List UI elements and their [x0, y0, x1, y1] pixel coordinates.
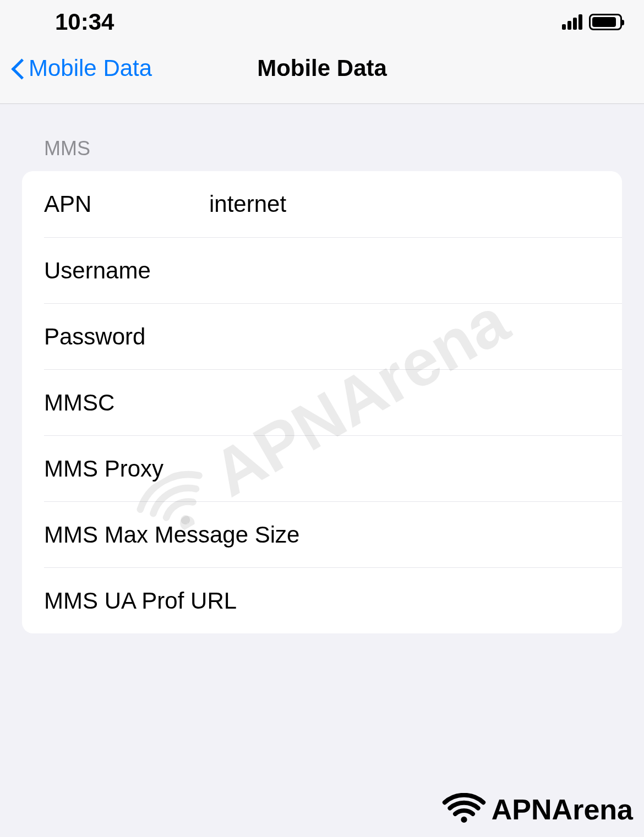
- page-title: Mobile Data: [257, 55, 387, 81]
- password-input[interactable]: [209, 324, 600, 350]
- status-icons: [562, 14, 622, 30]
- mms-max-size-label: MMS Max Message Size: [44, 522, 299, 548]
- password-label: Password: [44, 324, 209, 350]
- password-row[interactable]: Password: [44, 303, 622, 369]
- cellular-signal-icon: [562, 14, 582, 30]
- content-area: MMS APN Username Password MMSC MMS Proxy…: [0, 104, 644, 633]
- username-input[interactable]: [209, 258, 600, 284]
- mms-proxy-input[interactable]: [209, 456, 600, 482]
- back-label: Mobile Data: [29, 55, 152, 81]
- mmsc-label: MMSC: [44, 390, 209, 416]
- status-time: 10:34: [55, 9, 114, 35]
- chevron-left-icon: [11, 57, 24, 79]
- mms-ua-prof-label: MMS UA Prof URL: [44, 588, 237, 614]
- apn-input[interactable]: [209, 191, 600, 217]
- username-row[interactable]: Username: [44, 237, 622, 303]
- footer-logo-text: APNArena: [492, 793, 633, 826]
- footer-logo: APNArena: [442, 793, 633, 826]
- mms-proxy-label: MMS Proxy: [44, 456, 209, 482]
- apn-label: APN: [44, 191, 209, 217]
- mms-max-size-row[interactable]: MMS Max Message Size: [44, 501, 622, 567]
- mmsc-row[interactable]: MMSC: [44, 369, 622, 435]
- mms-settings-group: APN Username Password MMSC MMS Proxy MMS…: [22, 171, 622, 633]
- mms-proxy-row[interactable]: MMS Proxy: [44, 435, 622, 501]
- mms-ua-prof-row[interactable]: MMS UA Prof URL: [44, 567, 622, 633]
- section-header-mms: MMS: [44, 137, 622, 160]
- wifi-icon: [442, 793, 486, 826]
- username-label: Username: [44, 258, 209, 284]
- back-button[interactable]: Mobile Data: [11, 55, 152, 81]
- svg-point-1: [461, 817, 467, 823]
- mmsc-input[interactable]: [209, 390, 600, 416]
- status-bar: 10:34: [0, 0, 644, 39]
- mms-ua-prof-input[interactable]: [237, 588, 600, 614]
- mms-max-size-input[interactable]: [299, 522, 600, 548]
- navigation-bar: Mobile Data Mobile Data: [0, 39, 644, 104]
- apn-row[interactable]: APN: [22, 171, 622, 237]
- battery-icon: [589, 14, 622, 30]
